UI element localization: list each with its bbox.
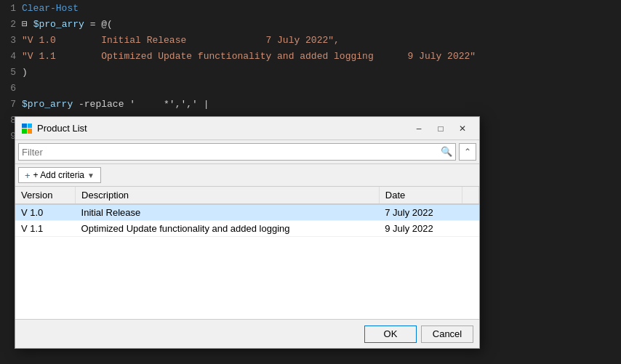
- cell-date: 7 July 2022: [379, 204, 462, 221]
- column-header-extra: [462, 187, 478, 204]
- ok-button[interactable]: OK: [364, 325, 417, 343]
- cell-description: Optimized Update functionality and added…: [76, 221, 380, 237]
- filter-input[interactable]: [22, 147, 441, 158]
- line-content-1: Clear-Host: [22, 3, 79, 14]
- code-line-6: 6: [0, 80, 621, 96]
- filter-input-wrap: 🔍: [18, 143, 456, 161]
- maximize-button[interactable]: □: [430, 121, 452, 137]
- close-button[interactable]: ✕: [452, 121, 473, 137]
- dialog-app-icon: [21, 123, 33, 134]
- table-header-row: Version Description Date: [15, 187, 479, 204]
- column-header-date: Date: [379, 187, 462, 204]
- dialog-window-controls: – □ ✕: [408, 121, 473, 137]
- dialog-body: 🔍 ⌃ + + Add criteria ▼ Version Descripti…: [15, 140, 479, 319]
- dropdown-arrow-icon: ▼: [87, 171, 95, 179]
- minimize-button[interactable]: –: [408, 121, 430, 137]
- cell-extra: [462, 221, 478, 237]
- line-number-6: 6: [0, 83, 22, 94]
- filter-bar: 🔍 ⌃: [15, 140, 479, 164]
- code-line-3: 3"V 1.0 Initial Release 7 July 2022",: [0, 32, 621, 48]
- search-icon: 🔍: [441, 146, 452, 158]
- cell-date: 9 July 2022: [379, 221, 462, 237]
- code-line-4: 4"V 1.1 Optimized Update functionality a…: [0, 48, 621, 64]
- line-number-4: 4: [0, 51, 22, 62]
- dialog-footer: OK Cancel: [15, 319, 479, 348]
- line-content-5: ): [22, 67, 28, 78]
- dialog-title: Product List: [37, 123, 408, 134]
- line-content-7: $pro_arry -replace ' *',',' |: [22, 99, 209, 110]
- line-content-3: "V 1.0 Initial Release 7 July 2022",: [22, 35, 340, 46]
- collapse-button[interactable]: ⌃: [459, 143, 476, 161]
- line-number-7: 7: [0, 99, 22, 110]
- plus-icon: +: [25, 170, 31, 181]
- table-row[interactable]: V 1.0Initial Release7 July 2022: [15, 204, 479, 221]
- line-number-5: 5: [0, 67, 22, 78]
- code-line-2: 2⊟ $pro_arry = @(: [0, 16, 621, 32]
- cell-description: Initial Release: [76, 204, 380, 221]
- criteria-bar: + + Add criteria ▼: [15, 164, 479, 187]
- code-line-1: 1Clear-Host: [0, 0, 621, 16]
- table-row[interactable]: V 1.1Optimized Update functionality and …: [15, 221, 479, 237]
- cancel-button[interactable]: Cancel: [421, 325, 473, 343]
- product-table: Version Description Date V 1.0Initial Re…: [15, 187, 479, 237]
- code-line-7: 7$pro_arry -replace ' *',',' |: [0, 96, 621, 112]
- add-criteria-label: + Add criteria: [33, 170, 84, 180]
- column-header-description: Description: [76, 187, 380, 204]
- column-header-version: Version: [15, 187, 76, 204]
- line-number-2: 2: [0, 19, 22, 30]
- line-content-2: ⊟ $pro_arry = @(: [22, 18, 113, 30]
- data-table-container: Version Description Date V 1.0Initial Re…: [15, 187, 479, 319]
- dialog-titlebar: Product List – □ ✕: [15, 117, 479, 140]
- cell-version: V 1.0: [15, 204, 76, 221]
- cell-extra: [462, 204, 478, 221]
- code-line-5: 5): [0, 64, 621, 80]
- product-list-dialog: Product List – □ ✕ 🔍 ⌃ + + Add criteria …: [15, 116, 480, 349]
- line-content-4: "V 1.1 Optimized Update functionality an…: [22, 51, 476, 62]
- add-criteria-button[interactable]: + + Add criteria ▼: [18, 167, 101, 183]
- line-number-1: 1: [0, 3, 22, 14]
- line-number-3: 3: [0, 35, 22, 46]
- cell-version: V 1.1: [15, 221, 76, 237]
